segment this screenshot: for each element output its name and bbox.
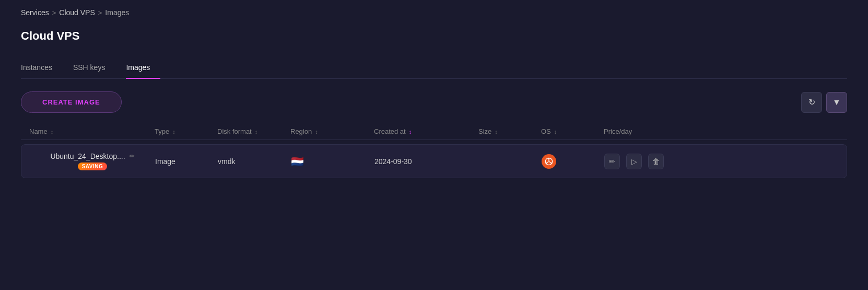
svg-point-1	[548, 158, 550, 159]
col-type-label: Type	[155, 127, 169, 135]
edit-button[interactable]: ✏	[604, 154, 620, 169]
region-flag: 🇳🇱	[291, 156, 304, 167]
inline-edit-icon[interactable]: ✏	[130, 153, 135, 160]
breadcrumb-current: Images	[105, 8, 129, 17]
refresh-icon: ↻	[808, 97, 815, 107]
filter-button[interactable]: ▼	[826, 92, 847, 113]
filter-icon: ▼	[832, 98, 841, 107]
table-header: Name ↕ Type ↕ Disk format ↕ Region ↕ Cre…	[21, 123, 847, 140]
col-disk-format[interactable]: Disk format ↕	[217, 127, 290, 135]
breadcrumb: Services > Cloud VPS > Images	[21, 8, 847, 17]
tabs-container: Instances SSH keys Images	[21, 57, 847, 79]
breadcrumb-sep-1: >	[52, 9, 56, 17]
cell-price-actions: ✏ ▷ 🗑	[604, 154, 838, 169]
toolbar: CREATE IMAGE ↻ ▼	[21, 79, 847, 123]
saving-badge: SAVING	[78, 163, 108, 170]
svg-line-6	[549, 161, 551, 163]
tab-ssh-keys[interactable]: SSH keys	[73, 58, 115, 79]
toolbar-actions: ↻ ▼	[801, 92, 847, 113]
sort-type-icon: ↕	[172, 129, 175, 135]
create-image-button[interactable]: CREATE IMAGE	[21, 91, 122, 113]
play-icon: ▷	[631, 157, 637, 166]
sort-created-icon: ↕	[409, 129, 412, 135]
images-table: Name ↕ Type ↕ Disk format ↕ Region ↕ Cre…	[21, 123, 847, 178]
col-os-label: OS	[541, 127, 551, 135]
col-disk-format-label: Disk format	[217, 127, 252, 135]
svg-point-2	[546, 163, 547, 164]
image-created-at: 2024-09-30	[374, 157, 412, 166]
breadcrumb-services[interactable]: Services	[21, 8, 49, 17]
sort-size-icon: ↕	[495, 129, 498, 135]
col-price-label: Price/day	[604, 127, 632, 135]
tab-instances[interactable]: Instances	[21, 58, 63, 79]
image-type: Image	[155, 157, 175, 166]
cell-region: 🇳🇱	[291, 156, 374, 167]
delete-icon: 🗑	[652, 157, 660, 166]
cell-type: Image	[155, 157, 218, 166]
refresh-button[interactable]: ↻	[801, 92, 822, 113]
col-region[interactable]: Region ↕	[290, 127, 374, 135]
cell-created-at: 2024-09-30	[374, 157, 479, 166]
table-row: Ubuntu_24_Desktop.... ✏ SAVING Image vmd…	[21, 144, 847, 178]
breadcrumb-sep-2: >	[98, 9, 102, 17]
deploy-button[interactable]: ▷	[626, 154, 642, 169]
row-actions: ✏ ▷ 🗑	[604, 154, 664, 169]
page-title: Cloud VPS	[21, 29, 847, 43]
edit-icon: ✏	[609, 157, 615, 166]
col-name-label: Name	[29, 127, 48, 135]
cell-name: Ubuntu_24_Desktop.... ✏ SAVING	[30, 152, 155, 170]
col-size[interactable]: Size ↕	[478, 127, 541, 135]
col-created-at[interactable]: Created at ↕	[374, 127, 478, 135]
sort-name-icon: ↕	[51, 129, 54, 135]
col-size-label: Size	[478, 127, 491, 135]
cell-os	[542, 154, 604, 169]
breadcrumb-cloud-vps[interactable]: Cloud VPS	[59, 8, 95, 17]
ubuntu-logo	[542, 154, 556, 169]
sort-os-icon: ↕	[554, 129, 557, 135]
image-name: Ubuntu_24_Desktop....	[50, 152, 125, 160]
sort-region-icon: ↕	[315, 129, 318, 135]
col-created-at-label: Created at	[374, 127, 406, 135]
cell-disk-format: vmdk	[218, 157, 291, 166]
col-name[interactable]: Name ↕	[29, 127, 155, 135]
svg-line-5	[547, 161, 548, 163]
col-region-label: Region	[290, 127, 312, 135]
sort-disk-icon: ↕	[255, 129, 258, 135]
col-os[interactable]: OS ↕	[541, 127, 604, 135]
image-disk-format: vmdk	[218, 157, 235, 166]
col-type[interactable]: Type ↕	[155, 127, 217, 135]
col-price-day: Price/day	[604, 127, 839, 135]
svg-point-3	[551, 163, 553, 164]
delete-button[interactable]: 🗑	[648, 154, 664, 169]
tab-images[interactable]: Images	[126, 58, 160, 79]
